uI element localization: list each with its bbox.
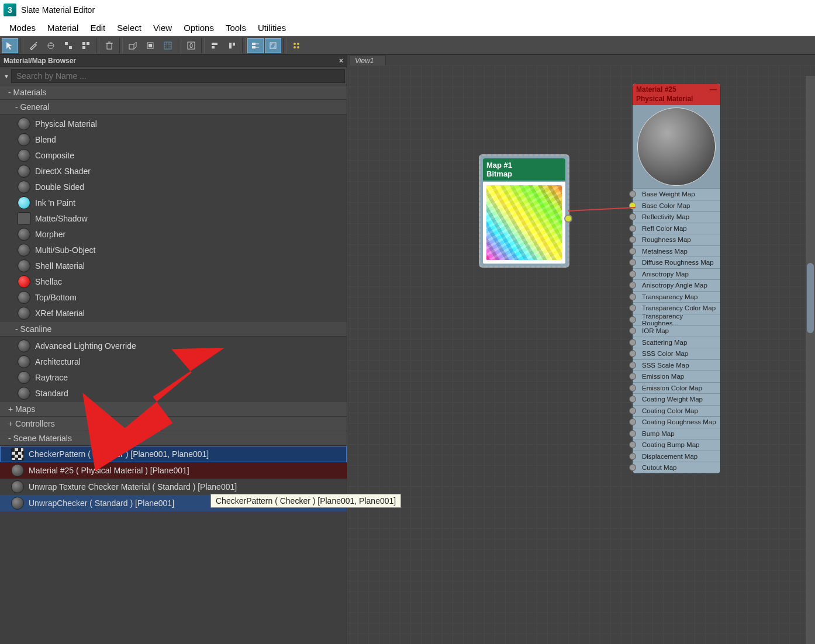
tool-button-b[interactable] [224, 38, 240, 53]
scrollbar-thumb[interactable] [807, 263, 814, 333]
controllers-section[interactable]: + Controllers [0, 417, 347, 431]
material-node-header[interactable]: — Material #25 Physical Material [633, 84, 720, 105]
material-item[interactable]: Shellac [0, 273, 347, 289]
slot-input-socket[interactable] [629, 248, 636, 255]
connection-wire[interactable] [568, 207, 636, 212]
map-output-socket[interactable] [564, 214, 572, 223]
slot-input-socket[interactable] [629, 396, 636, 403]
material-item[interactable]: Matte/Shadow [0, 210, 347, 226]
menu-modes[interactable]: Modes [4, 21, 42, 34]
tool-button-5[interactable] [78, 38, 94, 53]
material-slot[interactable]: SSS Scale Map [633, 359, 720, 371]
scene-material-item[interactable]: Material #25 ( Physical Material ) [Plan… [0, 462, 347, 479]
view-canvas[interactable]: Map #1 Bitmap — Material #25 Physical Ma… [347, 65, 815, 644]
render-tool-button[interactable] [288, 38, 305, 53]
view-scrollbar[interactable] [806, 76, 815, 644]
material-slot[interactable]: Base Color Map [633, 200, 720, 212]
material-slot[interactable]: Coating Bump Map [633, 439, 720, 451]
assign-tool-button[interactable] [43, 38, 59, 53]
map-node-header[interactable]: Map #1 Bitmap [483, 158, 565, 181]
slot-input-socket[interactable] [629, 259, 636, 266]
slot-input-socket[interactable] [629, 362, 636, 369]
material-item[interactable]: Multi/Sub-Object [0, 242, 347, 258]
menu-edit[interactable]: Edit [84, 21, 111, 34]
slot-input-socket[interactable] [629, 225, 636, 232]
slot-input-socket[interactable] [629, 271, 636, 278]
slot-input-socket[interactable] [629, 327, 636, 334]
material-node[interactable]: — Material #25 Physical Material Base We… [632, 83, 721, 474]
material-slot[interactable]: Transparency Roughnes... [633, 314, 720, 326]
material-item[interactable]: DirectX Shader [0, 163, 347, 179]
menu-tools[interactable]: Tools [220, 21, 252, 34]
search-options-icon[interactable]: ▼ [2, 71, 11, 81]
minimize-icon[interactable]: — [710, 85, 717, 95]
material-item[interactable]: Physical Material [0, 116, 347, 131]
material-slot[interactable]: Diffuse Roughness Map [633, 257, 720, 268]
material-slot[interactable]: Coating Color Map [633, 405, 720, 417]
material-item[interactable]: Morpher [0, 226, 347, 242]
material-slot[interactable]: Coating Roughness Map [633, 416, 720, 428]
material-slot[interactable]: Emission Map [633, 371, 720, 382]
slot-input-socket[interactable] [629, 304, 636, 311]
material-slot[interactable]: Transparency Color Map [633, 302, 720, 314]
slot-input-socket[interactable] [629, 316, 636, 323]
material-slot[interactable]: Reflectivity Map [633, 211, 720, 223]
scene-material-item[interactable]: CheckerPattern ( Checker ) [Plane001, Pl… [0, 446, 347, 462]
slot-input-socket[interactable] [629, 373, 636, 380]
material-slot[interactable]: Refl Color Map [633, 223, 720, 234]
slot-input-socket[interactable] [629, 213, 636, 220]
grid-tool-button[interactable] [160, 38, 176, 53]
material-slot[interactable]: Transparency Map [633, 291, 720, 303]
slot-input-socket[interactable] [629, 418, 636, 425]
scene-material-item[interactable]: Unwrap Texture Checker Material ( Standa… [0, 479, 347, 495]
material-item[interactable]: Double Sided [0, 179, 347, 195]
slot-input-socket[interactable] [629, 441, 636, 448]
show-end-button[interactable] [265, 38, 281, 53]
material-slot[interactable]: Coating Weight Map [633, 393, 720, 405]
menu-utilities[interactable]: Utilities [252, 21, 292, 34]
layout-tool-button[interactable] [142, 38, 158, 53]
material-item[interactable]: Ink 'n Paint [0, 195, 347, 210]
slot-input-socket[interactable] [629, 282, 636, 289]
tool-button-4[interactable] [60, 38, 77, 53]
scene-materials-section[interactable]: - Scene Materials [0, 431, 347, 446]
select-tool-button[interactable] [2, 38, 18, 53]
slot-input-socket[interactable] [629, 464, 636, 471]
view-panel[interactable]: View1 Map #1 Bitmap — Material #25 Physi… [347, 55, 815, 644]
general-section[interactable]: - General [0, 100, 347, 115]
maps-section[interactable]: + Maps [0, 402, 347, 417]
map-node[interactable]: Map #1 Bitmap [479, 154, 569, 268]
show-map-button[interactable] [247, 38, 264, 53]
slot-input-socket[interactable] [629, 191, 636, 198]
preview-tool-button[interactable]: 0 [183, 38, 199, 53]
material-item[interactable]: Architectural [0, 354, 347, 369]
material-slot[interactable]: Cutout Map [633, 462, 720, 473]
menu-select[interactable]: Select [111, 21, 147, 34]
tool-button-a[interactable] [206, 38, 223, 53]
menu-material[interactable]: Material [42, 21, 84, 34]
material-slot[interactable]: IOR Map [633, 325, 720, 337]
material-slot[interactable]: Metalness Map [633, 245, 720, 257]
material-item[interactable]: Raytrace [0, 369, 347, 385]
material-item[interactable]: Advanced Lighting Override [0, 338, 347, 354]
material-slot[interactable]: Displacement Map [633, 451, 720, 462]
search-input[interactable] [11, 69, 345, 83]
slot-input-socket[interactable] [629, 293, 636, 300]
slot-input-socket[interactable] [629, 407, 636, 414]
material-item[interactable]: Shell Material [0, 258, 347, 273]
material-item[interactable]: Top/Bottom [0, 289, 347, 305]
material-item[interactable]: XRef Material [0, 305, 347, 321]
view-tab[interactable]: View1 [350, 55, 386, 66]
delete-tool-button[interactable] [101, 38, 118, 53]
move-tool-button[interactable] [125, 38, 141, 53]
material-slot[interactable]: Base Weight Map [633, 188, 720, 200]
close-icon[interactable]: × [339, 57, 343, 65]
materials-section[interactable]: - Materials [0, 85, 347, 100]
material-slot[interactable]: Scattering Map [633, 337, 720, 348]
material-slot[interactable]: Roughness Map [633, 234, 720, 245]
material-item[interactable]: Blend [0, 131, 347, 147]
menu-view[interactable]: View [147, 21, 178, 34]
slot-input-socket[interactable] [629, 385, 636, 392]
pick-tool-button[interactable] [25, 38, 42, 53]
slot-input-socket[interactable] [629, 350, 636, 357]
